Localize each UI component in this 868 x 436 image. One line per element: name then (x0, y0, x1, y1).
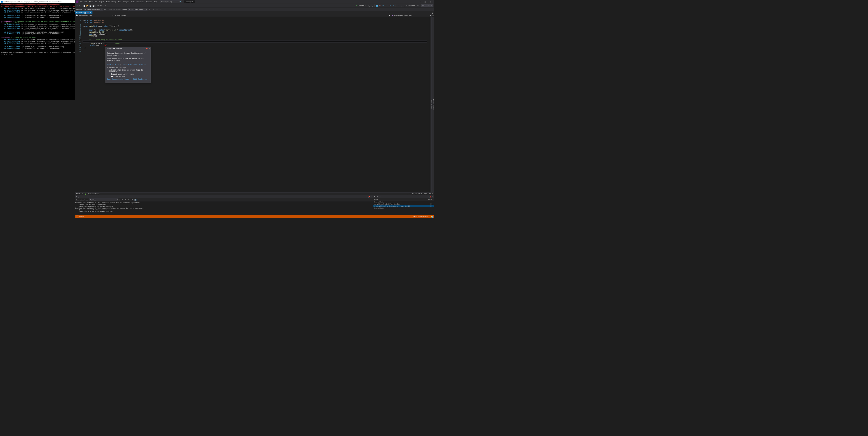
debug-pane-icon[interactable]: ▢ (368, 4, 371, 7)
continue-button[interactable]: Continue ▾ (356, 4, 366, 7)
menu-test[interactable]: Test (117, 1, 122, 3)
cycle-icon[interactable]: ⟳ (104, 8, 106, 10)
edit-conditions-link[interactable]: Edit Conditions (133, 78, 147, 80)
zoom-dropdown-icon[interactable]: ▾ (82, 193, 83, 194)
menu-build[interactable]: Build (105, 1, 111, 3)
search-box[interactable]: Search (Ctrl+Q) 🔍 (160, 1, 182, 3)
cs-col-name[interactable]: Name (373, 198, 428, 201)
out-wordwrap-icon[interactable]: ↵ (131, 199, 133, 201)
tab-dropdown-icon[interactable]: ▾ (431, 12, 431, 14)
solution-explorer-tab[interactable]: Solution Explorer (432, 97, 434, 112)
restart-icon[interactable]: ↻ (382, 4, 384, 7)
misc2-icon[interactable]: ⤵ (400, 4, 402, 7)
notifications-icon[interactable]: 🔔 2 (431, 215, 433, 217)
split-icon[interactable]: ◫ (432, 14, 434, 17)
copy-details-link[interactable]: Copy Details (107, 63, 119, 65)
open-exception-settings-link[interactable]: Open Exception Settings (107, 78, 129, 80)
tab-example2cpp[interactable]: example2.cpp 📌 ✕ (75, 11, 92, 14)
misc1-icon[interactable]: ⤴ (397, 4, 399, 7)
misc3-icon[interactable]: ⋮ (403, 4, 405, 7)
out-icon1[interactable]: ≡ (121, 199, 123, 201)
config-icon[interactable]: ▾ (104, 4, 107, 7)
cs-close-icon[interactable]: ✕ (432, 196, 433, 198)
zoom-level[interactable]: 111 % (76, 193, 81, 194)
callstack-row[interactable]: [External Code] (373, 207, 434, 209)
start-liveshare-link[interactable]: Start Live Share session... (123, 63, 149, 65)
step-over-icon[interactable]: ↷ (390, 4, 392, 7)
undo-icon[interactable]: ↶ (97, 4, 99, 7)
close-button[interactable]: ✕ (428, 0, 433, 4)
new-file-icon[interactable]: 📄 (83, 4, 86, 7)
resize-grip-icon[interactable]: ⣀ (149, 81, 150, 82)
callstack-row[interactable]: example2.exe!free(void * ptr) Line 111C+… (373, 203, 434, 205)
lifecycle-label[interactable]: Lifecycle Events (110, 8, 121, 10)
callstack-row[interactable]: ➜example2.exe!main(int argc, char * * ar… (373, 205, 434, 207)
editor-scrollbar[interactable] (430, 17, 431, 192)
save-icon[interactable]: 💾 (89, 4, 92, 7)
step-out-icon[interactable]: ↗ (393, 4, 395, 7)
solution-name[interactable]: example2 (184, 1, 195, 3)
menu-view[interactable]: View (88, 1, 94, 3)
error-indicator-icon[interactable] (104, 45, 106, 46)
open-icon[interactable]: 📂 (86, 4, 89, 7)
minimize-button[interactable]: ─ (418, 0, 423, 4)
stack-icon[interactable]: ≡ (152, 8, 155, 10)
output-source-dropdown[interactable]: RichNav (89, 198, 118, 201)
cs-dropdown-icon[interactable]: ▾ (428, 196, 429, 198)
out-icon3[interactable]: ≡ (128, 199, 130, 201)
more-icon[interactable]: ⋮ (159, 8, 162, 10)
menu-project[interactable]: Project (98, 1, 105, 3)
out-clear-icon[interactable]: ▦ (134, 199, 136, 201)
callstack-row[interactable]: [External Code] (373, 201, 434, 203)
nav-prev-icon[interactable]: ◂ (407, 193, 408, 194)
tab-close-icon[interactable]: ✕ (90, 11, 91, 13)
cs-col-lang[interactable]: Lang (428, 198, 434, 201)
exe-checkbox[interactable] (111, 75, 113, 77)
flag-icon[interactable]: ⚑ (149, 8, 151, 10)
menu-extensions[interactable]: Extensions (135, 1, 146, 3)
menu-file[interactable]: File (79, 1, 84, 3)
cs-pin-icon[interactable]: 📌 (429, 196, 431, 198)
thread-dropdown[interactable]: [32260] Main Thread (128, 8, 148, 10)
process-label: Process: (76, 8, 82, 10)
panel-dropdown-icon[interactable]: ▾ (367, 196, 367, 198)
panel-close-icon[interactable]: ✕ (371, 196, 372, 198)
popup-pin-icon[interactable]: 📌 (146, 48, 148, 50)
save-all-icon[interactable]: 💾 (92, 4, 95, 7)
nav-back-icon[interactable]: ◄ (75, 4, 78, 7)
chevron-down-icon[interactable]: ▾ (107, 67, 109, 69)
feedback-icon[interactable]: ☺ (417, 4, 419, 7)
menu-edit[interactable]: Edit (84, 1, 88, 3)
stop-icon[interactable]: ■ (379, 4, 381, 7)
panel-pin-icon[interactable]: 📌 (368, 196, 370, 198)
method-icon: ▣ (392, 14, 394, 16)
redo-icon[interactable]: ↷ (100, 4, 102, 7)
scope-namespace[interactable]: (Global Scope) ▾ (114, 14, 391, 17)
tab-add-icon[interactable]: ✚ (432, 12, 433, 14)
menu-help[interactable]: Help (153, 1, 158, 3)
menu-debug[interactable]: Debug (111, 1, 117, 3)
stack2-icon[interactable]: ≡ (156, 8, 158, 10)
out-icon2[interactable]: ≡ (124, 199, 127, 201)
menu-window[interactable]: Window (146, 1, 153, 3)
menu-git[interactable]: Git (94, 1, 98, 3)
menu-tools[interactable]: Tools (130, 1, 136, 3)
pin-icon[interactable]: 📌 (87, 12, 89, 13)
liveshare-button[interactable]: ⇪ Live Share (406, 5, 415, 6)
step-into-icon[interactable]: ↘ (386, 4, 389, 7)
nav-next-icon[interactable]: ▸ (410, 193, 410, 194)
code-editor[interactable]: 123456789101112131415161718 ⊟#include <s… (75, 17, 431, 192)
maximize-button[interactable]: ☐ (423, 0, 428, 4)
process-dropdown[interactable]: [11744] example2.exe (84, 8, 103, 10)
add-source-control[interactable]: ↑ Add to Source Control ▴ (411, 215, 430, 217)
scope-function[interactable]: ▣ main(int argc, char ** argv) ▾ (391, 14, 432, 17)
console-titlebar[interactable]: C:\MSDN\cpp-docs-pr\docs\c-language\ASAN… (0, 0, 75, 3)
scope-project[interactable]: 📄 Miscellaneous Files ▾ (75, 14, 114, 17)
debug-pane2-icon[interactable]: ▢ (371, 4, 374, 7)
pause-icon[interactable]: ▮▮ (376, 4, 378, 7)
break-checkbox[interactable] (109, 70, 111, 72)
nav-fwd-icon[interactable]: ► (79, 4, 81, 7)
output-text[interactable]: RichNav Information: 0 : No workspace fo… (75, 201, 373, 215)
menu-analyze[interactable]: Analyze (122, 1, 130, 3)
popup-close-icon[interactable]: ✕ (149, 48, 150, 50)
